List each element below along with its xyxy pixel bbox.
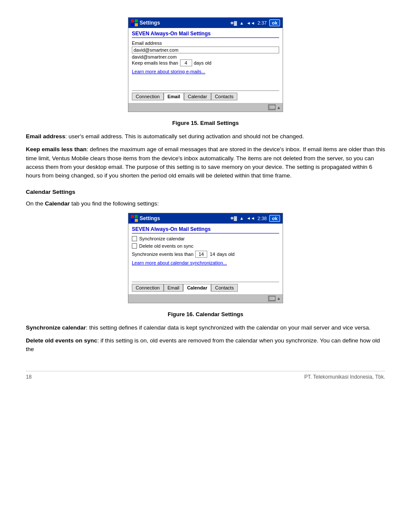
titlebar-time: 2:37 [258,20,267,25]
tab-cal-connection[interactable]: Connection [132,284,164,292]
device-body-email: SEVEN Always-On Mail Settings Email addr… [128,28,283,103]
svg-rect-2 [131,23,134,26]
sync-calendar-checkbox[interactable] [132,236,137,241]
email-address-input[interactable] [132,47,279,53]
email-tabs: Connection Email Calendar Contacts [132,90,279,100]
figure15-screen: Settings ❖▓ ▲ ◄◄ 2:37 ok SEVEN Always-On… [128,17,283,112]
scroll-up-icon-cal: ▲ [277,296,281,301]
sync-events-input[interactable] [195,251,207,258]
sync-calendar-label: Synchronize calendar [139,236,185,241]
signal-icon-cal: ▲ [240,216,244,221]
keep-emails-desc-block: Keep emails less than: defines the maxim… [26,145,385,180]
tab-cal-calendar[interactable]: Calendar [183,284,211,292]
ok-button-email[interactable]: ok [269,19,280,26]
keep-emails-label: Keep emails less than [132,60,178,65]
status-icons: ❖▓ [230,21,237,25]
calendar-settings-heading: Calendar Settings [26,189,385,195]
calendar-tabs: Connection Email Calendar Contacts [132,282,279,292]
tab-cal-email[interactable]: Email [164,284,184,292]
keyboard-icon: ⌨ [268,104,276,110]
learn-more-email-link[interactable]: Learn more about storing e-mails... [132,69,279,74]
figure16-caption-text: Figure 16. Calendar Settings [168,311,243,317]
calendar-tab-intro: On the [26,200,44,207]
learn-more-calendar-link[interactable]: Learn more about calendar synchronizatio… [132,260,279,265]
sync-events-value-display: 14 [210,252,215,257]
titlebar-cal-title: Settings [140,215,160,221]
titlebar-cal-time: 2:38 [258,216,267,221]
signal-icon: ▲ [240,21,244,25]
svg-rect-3 [135,23,138,26]
titlebar-calendar: Settings ❖▓ ▲ ◄◄ 2:38 ok [128,213,283,224]
footer-company: PT. Telekomunikasi Indonesia, Tbk. [304,374,385,380]
email-address-desc-block: Email address: user's email address. Thi… [26,132,385,141]
titlebar-right: ❖▓ ▲ ◄◄ 2:37 ok [230,19,280,26]
email-address-label: Email address [132,40,279,46]
keyboard-icon-cal: ⌨ [268,296,276,302]
tab-calendar[interactable]: Calendar [184,93,211,100]
delete-old-bold: Delete old events on sync [26,337,97,344]
svg-rect-7 [135,219,138,222]
svg-rect-4 [131,215,134,218]
tab-contacts[interactable]: Contacts [211,93,237,100]
keep-emails-bold: Keep emails less than [26,146,87,152]
email-value-display: david@smartner.com [132,54,279,59]
keep-emails-row: Keep emails less than 4 days old [132,59,279,66]
ok-button-calendar[interactable]: ok [269,215,280,222]
page-footer: 18 PT. Telekomunikasi Indonesia, Tbk. [26,371,385,380]
tab-cal-contacts[interactable]: Contacts [211,284,237,292]
figure16-caption: Figure 16. Calendar Settings [26,311,385,317]
titlebar-cal-right: ❖▓ ▲ ◄◄ 2:38 ok [230,215,280,222]
keep-emails-input[interactable] [180,59,192,66]
titlebar-email: Settings ❖▓ ▲ ◄◄ 2:37 ok [128,18,283,28]
delete-old-label: Delete old events on sync [139,243,193,249]
titlebar-left: Settings [131,19,160,26]
page-number: 18 [26,374,31,380]
delete-old-checkbox[interactable] [132,243,137,249]
tab-email[interactable]: Email [164,93,184,100]
volume-icon-cal: ◄◄ [246,216,255,221]
sync-calendar-desc-text: : this setting defines if calendar data … [86,324,371,331]
svg-rect-1 [135,19,138,22]
volume-icon: ◄◄ [246,21,255,25]
keyboard-bar-email: ⌨ ▲ [128,103,283,112]
figure15-caption: Figure 15. Email Settings [26,120,385,126]
sync-events-row: Synchronize events less than 14 days old [132,251,279,258]
svg-rect-5 [135,215,138,218]
svg-rect-6 [131,219,134,222]
days-old-suffix: days old [194,60,212,65]
device-body-calendar: SEVEN Always-On Mail Settings Synchroniz… [128,224,283,294]
titlebar-cal-left: Settings [131,215,160,222]
tab-connection[interactable]: Connection [132,93,164,100]
windows-logo-icon [131,19,138,26]
scroll-up-icon: ▲ [277,105,281,110]
calendar-tab-intro-block: On the Calendar tab you find the followi… [26,199,385,208]
sync-calendar-desc-block: Synchronize calendar: this setting defin… [26,324,385,332]
email-address-desc-text: : user's email address. This is automati… [65,133,304,140]
sync-calendar-bold: Synchronize calendar [26,324,86,331]
keyboard-bar-cal: ⌨ ▲ [128,294,283,303]
section-title-cal: SEVEN Always-On Mail Settings [132,226,279,233]
sync-events-label: Synchronize events less than [132,252,193,257]
titlebar-title: Settings [140,20,160,26]
windows-logo-cal-icon [131,215,138,222]
email-address-bold: Email address [26,133,65,140]
status-icons-cal: ❖▓ [230,216,237,221]
svg-rect-0 [131,19,134,22]
delete-old-desc-block: Delete old events on sync: if this setti… [26,336,385,354]
section-title-email: SEVEN Always-On Mail Settings [132,31,279,38]
delete-old-row: Delete old events on sync [132,243,279,249]
calendar-tab-rest: tab you find the following settings: [72,200,159,207]
sync-events-suffix: days old [217,252,234,257]
figure16-screen: Settings ❖▓ ▲ ◄◄ 2:38 ok SEVEN Always-On… [128,213,283,303]
calendar-tab-bold: Calendar [45,200,70,207]
sync-calendar-row: Synchronize calendar [132,236,279,241]
figure15-caption-text: Figure 15. Email Settings [172,120,239,126]
